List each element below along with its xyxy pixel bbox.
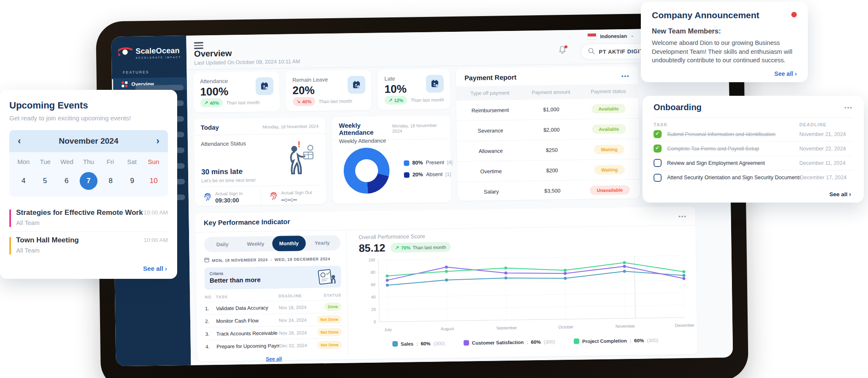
- chart-legend: Sales : 60% (300) Customer Satisfaction …: [360, 337, 690, 347]
- calendar-check-icon: [348, 76, 366, 94]
- tab-daily[interactable]: Daily: [206, 238, 239, 250]
- onboarding-title: Onboarding: [654, 103, 701, 112]
- stat-card-attendance: Attendance 100% ↗ 40% Than last month: [193, 71, 280, 113]
- onboarding-task-row: Submit Personal Information and Identifi…: [654, 127, 853, 142]
- trend-up-icon: ↗: [204, 100, 208, 106]
- status-badge: Not Done: [317, 315, 342, 324]
- notification-dot: [565, 45, 568, 48]
- trend-up-icon: ↗: [389, 97, 392, 103]
- attendance-donut-chart: [343, 147, 390, 194]
- date-cell[interactable]: 6: [56, 177, 78, 185]
- sign-out-value: --:--:--: [281, 195, 312, 203]
- event-item[interactable]: Strategies for Effective Remote Work All…: [9, 204, 168, 232]
- sign-in-block: Actual Sign In 09:30:00: [195, 188, 261, 206]
- svg-text:December: December: [675, 323, 695, 328]
- tab-yearly[interactable]: Yearly: [306, 237, 339, 249]
- legend-item-customer-satisfaction: Customer Satisfaction : 60% (300): [463, 339, 555, 346]
- absent-count: [1]: [445, 172, 451, 177]
- more-menu-icon[interactable]: •••: [844, 104, 853, 111]
- task-deadline: November 21, 2024: [799, 131, 853, 137]
- legend-total: (300): [647, 338, 658, 343]
- svg-text:100: 100: [368, 258, 375, 262]
- upcoming-events-title: Upcoming Events: [9, 100, 168, 111]
- events-see-all-link[interactable]: See all ›: [143, 265, 167, 272]
- trend-note: Than last month: [319, 98, 352, 104]
- kpi-chart-panel: Overall Performance Score 85.12 ↗ 70% Th…: [346, 226, 690, 357]
- notification-bell-icon[interactable]: [559, 45, 568, 56]
- date-cell-selected[interactable]: 7: [77, 172, 100, 190]
- event-item[interactable]: Town Hall Meeting All Team 10:00 AM: [9, 232, 168, 259]
- legend-separator: :: [630, 338, 631, 343]
- today-date: Monday, 18 November 2024: [263, 123, 319, 129]
- events-list: Strategies for Effective Remote Work All…: [9, 204, 168, 259]
- company-announcement-card: Company Announcement New Team Members: W…: [641, 2, 808, 82]
- trend-delta: 12%: [394, 97, 403, 103]
- event-group: All Team: [16, 247, 79, 254]
- table-row: Overtime $200 Waiting: [457, 159, 640, 182]
- svg-text:November: November: [615, 324, 635, 329]
- stat-card-late: Late 10% ↗ 12% Than last month: [378, 69, 450, 110]
- announcement-see-all-link[interactable]: See all ›: [774, 70, 797, 77]
- payment-amount: $250: [524, 147, 579, 153]
- more-menu-icon[interactable]: •••: [679, 213, 687, 220]
- date-cell[interactable]: 5: [34, 177, 56, 185]
- late-note: Let's be on time next time!: [201, 178, 256, 183]
- task-name: Submit Personal Information and Identifi…: [667, 131, 776, 137]
- column-header: DEADLINE: [799, 122, 853, 127]
- kpi-period-tabs: Daily Weekly Monthly Yearly: [204, 235, 340, 253]
- divider: [654, 117, 853, 118]
- tab-monthly[interactable]: Monthly: [272, 236, 306, 251]
- calendar-next-icon[interactable]: ›: [156, 136, 159, 146]
- tab-weekly[interactable]: Weekly: [239, 238, 273, 250]
- event-time: 10:00 AM: [144, 208, 168, 226]
- svg-text:0: 0: [374, 320, 376, 324]
- event-time: 10:00 AM: [144, 236, 168, 254]
- checkbox-checked[interactable]: [654, 130, 662, 138]
- svg-text:40: 40: [371, 295, 376, 299]
- payment-type: Salary: [458, 189, 525, 195]
- date-cell[interactable]: 8: [100, 177, 121, 185]
- status-badge: Unavailable: [590, 185, 629, 195]
- svg-text:July: July: [384, 327, 392, 332]
- date-cell[interactable]: 4: [13, 177, 34, 185]
- language-selector[interactable]: Indonesian ⌄: [587, 33, 634, 40]
- late-person-illustration: !: [279, 137, 320, 182]
- indonesian-flag-icon: [587, 33, 597, 39]
- calendar-prev-icon[interactable]: ‹: [18, 136, 21, 146]
- kpi-title: Key Performance Indicator: [204, 218, 290, 227]
- status-badge: Not Done: [317, 341, 342, 349]
- checkbox-unchecked[interactable]: [654, 174, 662, 182]
- date-cell-sunday[interactable]: 10: [143, 177, 164, 185]
- kpi-see-all-link[interactable]: See all: [266, 356, 282, 362]
- announcement-heading: New Team Members:: [652, 27, 797, 35]
- status-badge: Available: [592, 104, 626, 114]
- absent-swatch: [404, 172, 409, 178]
- performance-line-chart: 020406080100JulyAugustSeptemberOctoberNo…: [359, 250, 695, 339]
- sales-swatch: [392, 341, 398, 347]
- day-header: Fri: [100, 158, 121, 165]
- event-title: Town Hall Meeting: [16, 236, 79, 245]
- trend-down-icon: ↘: [297, 99, 300, 104]
- kpi-left-panel: Daily Weekly Monthly Yearly MON, 18 NOVE…: [204, 235, 342, 363]
- present-pct: 80%: [412, 160, 423, 166]
- payment-table: Type off payment Payment amount Payment …: [456, 84, 640, 203]
- announcement-title: Company Announcement: [652, 10, 797, 20]
- present-swatch: [404, 160, 409, 166]
- checkbox-unchecked[interactable]: [654, 159, 662, 167]
- date-cell[interactable]: 9: [121, 177, 143, 185]
- svg-text:80: 80: [371, 270, 376, 275]
- column-header: Payment status: [578, 88, 638, 95]
- status-badge: Done: [325, 303, 342, 311]
- donut-hole: [355, 159, 378, 182]
- today-title: Today: [200, 124, 219, 131]
- task-name: Validate Data Accuracy: [216, 304, 278, 311]
- legend-item-present: 80% Present [4]: [404, 159, 453, 166]
- checkbox-checked[interactable]: [654, 145, 662, 153]
- today-card: Today Monday, 18 November 2024 Attendanc…: [194, 117, 326, 206]
- more-menu-icon[interactable]: •••: [621, 72, 630, 79]
- task-name: Review and Sign Employment Agreement: [667, 160, 765, 166]
- weekly-attendance-card: Weekly Attendance Monday, 18 November 20…: [332, 115, 451, 204]
- weekly-attendance-date: Monday, 18 November 2024: [392, 122, 444, 133]
- divider: [201, 185, 319, 187]
- onboarding-see-all-link[interactable]: See all ›: [829, 191, 851, 197]
